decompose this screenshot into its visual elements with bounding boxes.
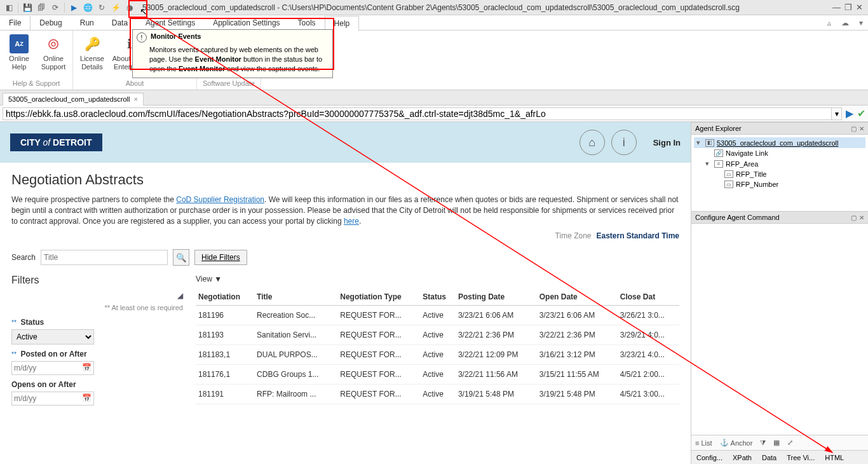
menu-agent-settings[interactable]: Agent Settings bbox=[137, 16, 204, 30]
configure-body bbox=[691, 224, 868, 435]
info-circle-icon[interactable]: i bbox=[611, 130, 637, 155]
funnel-icon[interactable]: ⧩ bbox=[756, 439, 770, 447]
save-icon[interactable]: 💾 bbox=[21, 1, 34, 14]
panel-pin-icon[interactable]: ▢ bbox=[851, 125, 857, 132]
tooltip-title: Monitor Events bbox=[151, 32, 201, 43]
search-input[interactable] bbox=[41, 250, 168, 265]
filter-opens-label: Opens on or After bbox=[11, 380, 76, 389]
table-row[interactable]: 181176,1CDBG Groups 1...REQUEST FOR...Ac… bbox=[196, 365, 679, 385]
document-tab-bar: 53005_oraclecloud_com_updatedscroll × bbox=[0, 90, 868, 106]
here-link[interactable]: here bbox=[344, 217, 359, 226]
play-icon[interactable]: ▶ bbox=[67, 1, 80, 14]
brand-badge: CITY of DETROIT bbox=[10, 133, 102, 151]
online-support-button[interactable]: ⊚ Online Support bbox=[38, 32, 69, 71]
table-row[interactable]: 181191RFP: Mailroom ...REQUEST FOR...Act… bbox=[196, 385, 679, 404]
col-open[interactable]: Open Date bbox=[537, 289, 618, 306]
tab-html[interactable]: HTML bbox=[820, 452, 849, 463]
tree-navigate[interactable]: 🔗Navigate Link bbox=[694, 148, 865, 158]
page-header: CITY of DETROIT ⌂ i Sign In bbox=[0, 122, 691, 163]
panel-pin-icon[interactable]: ▢ bbox=[851, 214, 857, 221]
sign-in-link[interactable]: Sign In bbox=[653, 138, 681, 147]
tab-data[interactable]: Data bbox=[757, 452, 782, 463]
tree-area[interactable]: ▾≡RFP_Area bbox=[694, 158, 865, 169]
filter-status-label: Status bbox=[20, 318, 44, 327]
filters-heading: Filters bbox=[11, 275, 183, 286]
menu-bar: File Debug Run Data Agent Settings Appli… bbox=[0, 15, 868, 31]
supplier-registration-link[interactable]: CoD Supplier Registration bbox=[176, 195, 264, 204]
table-row[interactable]: 181196Recreation Soc...REQUEST FOR...Act… bbox=[196, 306, 679, 325]
expand-icon[interactable]: ⤢ bbox=[783, 439, 797, 447]
timezone-row: Time ZoneEastern Standard Time bbox=[11, 231, 679, 240]
confirm-icon[interactable]: ✔ bbox=[857, 107, 865, 119]
lifebuoy-icon: ⊚ bbox=[44, 34, 63, 53]
monitor-events-icon[interactable]: ⚡ bbox=[109, 1, 122, 14]
calendar-icon[interactable]: 📅 bbox=[82, 363, 92, 372]
save-all-icon[interactable]: 🗐 bbox=[35, 1, 48, 14]
filters-panel: Filters ◢ ** At least one is required **… bbox=[11, 275, 183, 406]
license-details-button[interactable]: 🔑 License Details bbox=[77, 32, 107, 71]
tab-tree[interactable]: Tree Vi... bbox=[782, 452, 820, 463]
sync-icon[interactable]: ↻ bbox=[95, 1, 108, 14]
table-row[interactable]: 181183,1DUAL PURPOS...REQUEST FOR...Acti… bbox=[196, 345, 679, 365]
hide-filters-button[interactable]: Hide Filters bbox=[194, 250, 247, 265]
configure-header: Configure Agent Command ▢ ✕ bbox=[691, 211, 868, 224]
url-input[interactable] bbox=[3, 107, 832, 120]
agent-explorer-header: Agent Explorer ▢ ✕ bbox=[691, 122, 868, 135]
refresh-icon[interactable]: ⟳ bbox=[49, 1, 62, 14]
agent-tree[interactable]: ▾◧53005_oraclecloud_com_updatedscroll 🔗N… bbox=[691, 135, 868, 211]
search-label: Search bbox=[11, 253, 36, 262]
globe-icon[interactable]: 🌐 bbox=[81, 1, 94, 14]
col-title[interactable]: Title bbox=[254, 289, 337, 306]
col-type[interactable]: Negotiation Type bbox=[337, 289, 420, 306]
tree-rfp-title[interactable]: ▭RFP_Title bbox=[694, 169, 865, 179]
browser-pane[interactable]: CITY of DETROIT ⌂ i Sign In Negotiation … bbox=[0, 122, 691, 464]
ribbon: AZ Online Help ⊚ Online Support Help & S… bbox=[0, 31, 868, 90]
col-close[interactable]: Close Dat bbox=[618, 289, 679, 306]
anchor-tool[interactable]: ⚓ Anchor bbox=[716, 439, 757, 447]
menu-run[interactable]: Run bbox=[71, 16, 103, 30]
filter-status-select[interactable]: Active bbox=[11, 329, 94, 345]
ribbon-group-help: Help & Support bbox=[4, 78, 69, 88]
tab-config[interactable]: Config... bbox=[691, 452, 728, 463]
key-icon: 🔑 bbox=[83, 34, 102, 53]
table-row[interactable]: 181193Sanitation Servi...REQUEST FOR...A… bbox=[196, 325, 679, 345]
close-icon[interactable]: ✕ bbox=[856, 3, 863, 12]
menu-debug[interactable]: Debug bbox=[31, 16, 71, 30]
search-button[interactable]: 🔍 bbox=[173, 249, 189, 266]
document-tab[interactable]: 53005_oraclecloud_com_updatedscroll × bbox=[3, 93, 144, 106]
calendar-icon[interactable]: 📅 bbox=[82, 393, 92, 402]
ribbon-collapse-icon[interactable]: ▵ bbox=[822, 18, 836, 27]
panel-close-icon[interactable]: ✕ bbox=[859, 214, 864, 221]
menu-tools[interactable]: Tools bbox=[289, 16, 325, 30]
search-icon: 🔍 bbox=[176, 253, 187, 263]
panel-close-icon[interactable]: ✕ bbox=[859, 125, 864, 132]
col-status[interactable]: Status bbox=[420, 289, 456, 306]
home-icon[interactable]: ⌂ bbox=[580, 130, 605, 155]
minimize-icon[interactable]: — bbox=[832, 3, 841, 12]
view-dropdown[interactable]: View ▼ bbox=[196, 275, 222, 283]
list-tool[interactable]: ≡ List bbox=[691, 439, 716, 447]
url-dropdown-icon[interactable]: ▾ bbox=[832, 107, 842, 120]
tree-root[interactable]: ▾◧53005_oraclecloud_com_updatedscroll bbox=[694, 137, 865, 148]
side-tools: ≡ List ⚓ Anchor ⧩ ▦ ⤢ bbox=[691, 435, 868, 450]
menu-app-settings[interactable]: Application Settings bbox=[204, 16, 288, 30]
col-negotiation[interactable]: Negotiation bbox=[196, 289, 254, 306]
tab-xpath[interactable]: XPath bbox=[728, 452, 757, 463]
close-tab-icon[interactable]: × bbox=[133, 95, 137, 103]
grid-icon[interactable]: ▦ bbox=[770, 439, 783, 447]
cloud-icon[interactable]: ☁ bbox=[836, 18, 854, 27]
dropdown-icon[interactable]: ▾ bbox=[854, 18, 868, 27]
online-help-button[interactable]: AZ Online Help bbox=[4, 32, 34, 71]
page-title: Negotiation Abstracts bbox=[11, 172, 679, 188]
col-posting[interactable]: Posting Date bbox=[456, 289, 537, 306]
menu-data[interactable]: Data bbox=[103, 16, 137, 30]
go-icon[interactable]: ▶ bbox=[846, 107, 853, 119]
record-icon[interactable]: ◑ bbox=[123, 1, 136, 14]
menu-file[interactable]: File bbox=[0, 16, 31, 30]
menu-help[interactable]: Help bbox=[325, 16, 360, 31]
maximize-icon[interactable]: ❐ bbox=[844, 3, 852, 12]
app-icon: ◧ bbox=[3, 1, 15, 14]
ribbon-group-about: About bbox=[77, 78, 193, 88]
filter-posted-label: Posted on or After bbox=[20, 350, 86, 358]
tree-rfp-number[interactable]: ▭RFP_Number bbox=[694, 179, 865, 189]
